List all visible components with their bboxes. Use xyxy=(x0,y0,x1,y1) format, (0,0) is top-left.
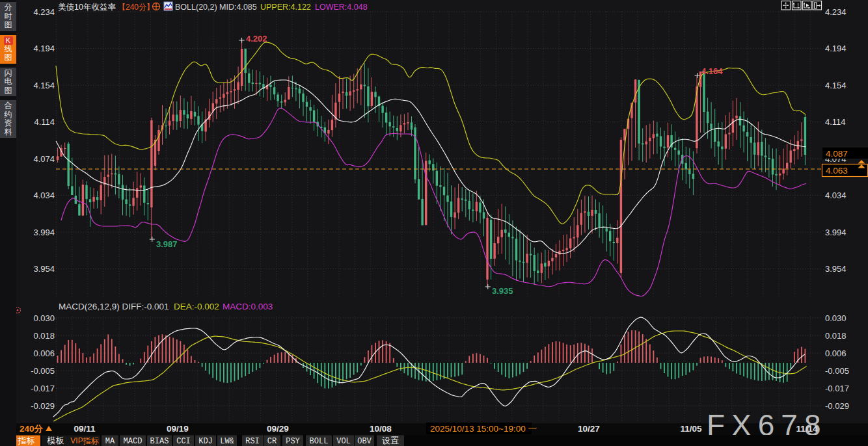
svg-text:3.994: 3.994 xyxy=(33,228,55,237)
svg-text:0.006: 0.006 xyxy=(33,348,55,358)
svg-text:美债10年收益率: 美债10年收益率 xyxy=(58,3,116,12)
svg-text:LW&: LW& xyxy=(220,437,234,446)
svg-text:11/05: 11/05 xyxy=(680,424,702,434)
svg-text:4.164: 4.164 xyxy=(701,66,723,76)
svg-text:4.234: 4.234 xyxy=(33,7,55,17)
svg-text:【240分】: 【240分】 xyxy=(118,3,154,12)
svg-text:4.234: 4.234 xyxy=(825,7,847,17)
svg-text:3.994: 3.994 xyxy=(825,228,847,237)
svg-text:4.114: 4.114 xyxy=(825,117,846,127)
svg-text:模板: 模板 xyxy=(47,436,64,445)
svg-text:KDJ: KDJ xyxy=(198,437,213,446)
svg-text:0.030: 0.030 xyxy=(825,313,847,323)
svg-text:09/29: 09/29 xyxy=(267,424,289,434)
svg-text:0.018: 0.018 xyxy=(825,331,847,341)
svg-text:09/19: 09/19 xyxy=(167,424,189,434)
svg-text:4.154: 4.154 xyxy=(825,81,847,90)
svg-text:BIAS: BIAS xyxy=(150,437,169,446)
svg-text:CR: CR xyxy=(267,437,277,446)
svg-text:-0.017: -0.017 xyxy=(31,384,55,393)
svg-text:VOL: VOL xyxy=(336,437,351,446)
svg-text:2025/10/13 15:00~19:00 一: 2025/10/13 15:00~19:00 一 xyxy=(430,424,537,434)
svg-text:RSI: RSI xyxy=(245,437,260,446)
svg-text:-0.005: -0.005 xyxy=(825,366,849,376)
svg-text:-0.029: -0.029 xyxy=(31,401,55,411)
svg-text:4.114: 4.114 xyxy=(34,117,55,127)
svg-text:设置: 设置 xyxy=(382,436,399,445)
svg-text:VIP指标: VIP指标 xyxy=(70,436,99,445)
svg-text:-0.005: -0.005 xyxy=(31,366,55,376)
svg-text:4.087: 4.087 xyxy=(826,149,848,159)
svg-text:OBV: OBV xyxy=(357,437,372,446)
svg-text:0.006: 0.006 xyxy=(825,348,847,358)
svg-text:指标: 指标 xyxy=(18,436,35,445)
svg-text:BOLL: BOLL xyxy=(310,437,329,446)
svg-text:DEA:-0.002: DEA:-0.002 xyxy=(174,302,219,311)
svg-text:4.034: 4.034 xyxy=(825,190,847,200)
svg-text:-0.029: -0.029 xyxy=(825,401,849,411)
svg-text:4.034: 4.034 xyxy=(33,190,55,200)
svg-text:MACD(26,12,9) DIFF:-0.001: MACD(26,12,9) DIFF:-0.001 xyxy=(59,302,169,311)
svg-text:BOLL(20,2) MID:4.085: BOLL(20,2) MID:4.085 xyxy=(175,3,257,12)
svg-text:0.018: 0.018 xyxy=(33,331,55,341)
svg-text:CCI: CCI xyxy=(176,437,191,446)
svg-text:UPPER:4.122: UPPER:4.122 xyxy=(260,3,311,12)
svg-text:3.935: 3.935 xyxy=(492,286,513,296)
svg-text:3.954: 3.954 xyxy=(33,264,55,274)
svg-text:10/08: 10/08 xyxy=(370,424,392,434)
svg-text:3.954: 3.954 xyxy=(825,264,847,274)
svg-text:3.987: 3.987 xyxy=(156,239,178,249)
svg-text:4.202: 4.202 xyxy=(246,34,267,44)
svg-text:0.030: 0.030 xyxy=(33,313,55,323)
svg-text:10/27: 10/27 xyxy=(578,424,600,434)
svg-text:-0.017: -0.017 xyxy=(825,384,849,393)
svg-text:4.074: 4.074 xyxy=(33,154,55,164)
svg-text:LOWER:4.048: LOWER:4.048 xyxy=(315,3,368,12)
svg-text:09/11: 09/11 xyxy=(74,424,96,434)
svg-text:MA: MA xyxy=(105,437,115,446)
svg-text:4.194: 4.194 xyxy=(825,44,847,53)
svg-text:4.154: 4.154 xyxy=(33,81,55,90)
svg-text:MACD:0.003: MACD:0.003 xyxy=(223,302,273,311)
svg-text:4.194: 4.194 xyxy=(33,44,55,53)
svg-text:240分: 240分 xyxy=(20,424,44,434)
svg-text:MACD: MACD xyxy=(124,437,142,446)
svg-text:4.063: 4.063 xyxy=(826,166,848,176)
svg-text:PSY: PSY xyxy=(286,437,300,446)
